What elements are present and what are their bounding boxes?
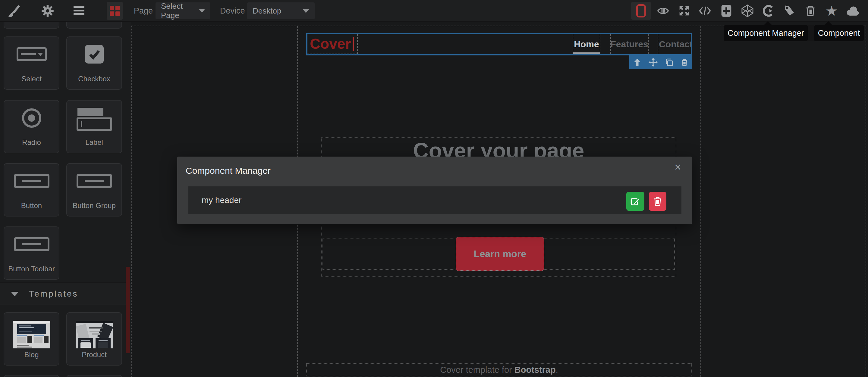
- header-component-selected[interactable]: Cover Home Features Contact: [306, 33, 692, 56]
- toggle-borders-button[interactable]: [631, 2, 651, 20]
- device-select[interactable]: Desktop: [247, 2, 315, 19]
- label-block-icon: [67, 108, 121, 131]
- caret-down-icon: [11, 292, 19, 296]
- clear-trash-icon[interactable]: [804, 0, 817, 22]
- block-label: Button Group: [67, 201, 121, 210]
- blocks-grid-icon: [110, 6, 120, 16]
- component-manager-modal: Component Manager × my header: [177, 157, 692, 224]
- layers-hamburger-icon[interactable]: [73, 0, 88, 22]
- select-block-icon: [4, 47, 59, 61]
- block-card-partial[interactable]: [66, 375, 122, 377]
- saved-component-row[interactable]: my header: [188, 186, 681, 214]
- top-toolbar: Page Select Page Device Desktop: [0, 0, 868, 22]
- block-card-button[interactable]: Button: [4, 163, 59, 216]
- block-label: Select: [4, 75, 59, 83]
- nav-item-features[interactable]: Features: [610, 34, 649, 54]
- footer-text: Cover template for: [440, 365, 512, 375]
- block-card-label[interactable]: Label: [66, 100, 122, 153]
- nav-item-home[interactable]: Home: [572, 34, 600, 54]
- caret-down-icon: [199, 9, 205, 13]
- sidebar-scrollbar-thumb[interactable]: [126, 267, 130, 353]
- text-cursor-caret: [352, 37, 354, 51]
- block-card-button-group[interactable]: Button Group: [66, 163, 122, 216]
- block-card-product[interactable]: Product: [66, 312, 122, 366]
- block-label: Product: [67, 350, 121, 359]
- block-card-partial[interactable]: [4, 375, 59, 377]
- tooltip-arrow: [764, 21, 772, 25]
- footer-period: .: [556, 365, 558, 375]
- tooltip-component-manager: Component Manager: [724, 25, 808, 41]
- footer-bootstrap-link[interactable]: Bootstrap: [515, 365, 556, 375]
- edit-component-button[interactable]: [626, 192, 644, 211]
- blocks-panel-toggle[interactable]: [107, 2, 123, 20]
- block-label: Button: [4, 201, 59, 210]
- cloud-icon[interactable]: [846, 0, 860, 22]
- block-label: Checkbox: [67, 75, 121, 83]
- page-select[interactable]: Select Page: [156, 2, 210, 19]
- nav-item-label: Features: [610, 39, 648, 49]
- blocks-panel: Select Checkbox Radio: [0, 22, 131, 377]
- page-select-value: Select Page: [161, 1, 194, 20]
- tag-icon[interactable]: [783, 0, 796, 22]
- tooltip-component: Component: [814, 25, 864, 41]
- delete-component-icon[interactable]: [681, 58, 688, 67]
- checkbox-block-icon: [67, 45, 121, 64]
- brand-text[interactable]: Cover: [307, 37, 351, 51]
- block-card-checkbox[interactable]: Checkbox: [66, 36, 122, 90]
- trash-icon: [653, 197, 662, 206]
- caret-down-icon: [303, 9, 309, 13]
- block-label: Label: [67, 138, 121, 147]
- settings-gear-icon[interactable]: [38, 0, 57, 22]
- component-manager-icon[interactable]: [761, 0, 775, 22]
- button-group-block-icon: [67, 174, 121, 188]
- save-component-star-icon[interactable]: ★: [825, 0, 838, 22]
- block-card-partial[interactable]: [4, 22, 59, 29]
- brand-component[interactable]: Cover: [307, 34, 358, 54]
- nav-item-label: Contact: [659, 39, 692, 49]
- templates-header-label: Templates: [29, 289, 79, 299]
- radio-block-icon: [4, 108, 59, 128]
- learn-more-button[interactable]: Learn more: [456, 237, 544, 271]
- border-visibility-icon: [636, 4, 646, 18]
- learn-more-label: Learn more: [474, 248, 526, 260]
- modal-title: Component Manager: [186, 166, 271, 176]
- nav-active-underline: [572, 53, 600, 54]
- button-toolbar-block-icon: [4, 237, 59, 251]
- page-label: Page: [134, 0, 153, 22]
- block-card-button-toolbar[interactable]: Button Toolbar: [4, 227, 59, 280]
- block-card-blog[interactable]: Blog: [4, 312, 59, 366]
- product-template-thumbnail: [76, 321, 113, 348]
- modal-close-button[interactable]: ×: [675, 161, 681, 173]
- device-select-value: Desktop: [253, 6, 281, 16]
- block-card-select[interactable]: Select: [4, 36, 59, 90]
- delete-component-button[interactable]: [649, 192, 666, 211]
- block-card-radio[interactable]: Radio: [4, 100, 59, 153]
- import-plus-icon[interactable]: [720, 0, 733, 22]
- block-card-partial[interactable]: [66, 22, 122, 29]
- style-brush-icon[interactable]: [5, 0, 23, 22]
- block-label: Radio: [4, 138, 59, 147]
- component-toolbar: [629, 56, 692, 69]
- footer-component[interactable]: Cover template for Bootstrap .: [306, 363, 692, 376]
- codepen-icon[interactable]: [740, 0, 755, 22]
- nav-item-contact[interactable]: Contact: [658, 34, 692, 54]
- select-parent-icon[interactable]: [633, 58, 641, 67]
- page-builder-app: Cover Home Features Contact: [0, 0, 868, 377]
- nav-item-label: Home: [574, 39, 599, 49]
- block-label: Button Toolbar: [4, 265, 59, 273]
- fullscreen-icon[interactable]: [678, 0, 691, 22]
- blog-template-thumbnail: [13, 321, 50, 348]
- preview-eye-icon[interactable]: [656, 0, 670, 22]
- copy-icon[interactable]: [665, 58, 673, 67]
- move-icon[interactable]: [649, 58, 658, 67]
- saved-component-name: my header: [202, 196, 241, 205]
- block-label: Blog: [4, 350, 59, 359]
- tooltip-arrow: [824, 21, 832, 25]
- templates-section-header[interactable]: Templates: [0, 282, 131, 305]
- tooltip-text: Component: [818, 29, 860, 38]
- code-view-icon[interactable]: [698, 0, 712, 22]
- device-label: Device: [220, 0, 245, 22]
- button-block-icon: [4, 174, 59, 188]
- tooltip-text: Component Manager: [727, 29, 804, 38]
- edit-pencil-icon: [630, 196, 641, 207]
